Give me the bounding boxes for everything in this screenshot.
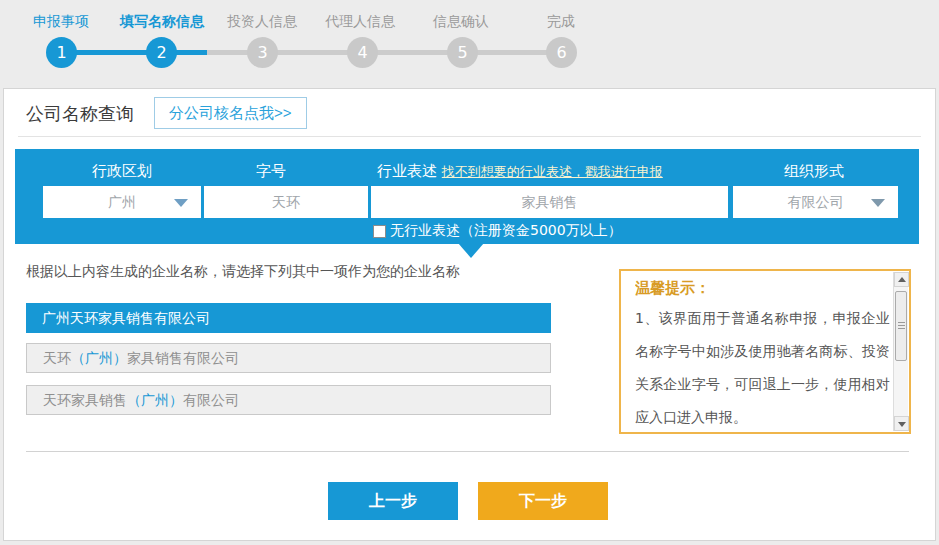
chevron-down-icon (174, 199, 188, 207)
name-option-3[interactable]: 天环家具销售（广州）有限公司 (26, 385, 551, 415)
trade-name-input[interactable] (204, 186, 368, 218)
triangle-down-icon (898, 422, 906, 427)
step-circle-6: 6 (546, 37, 577, 68)
name-option-2[interactable]: 天环（广州）家具销售有限公司 (26, 343, 551, 373)
name-query-bar: 行政区划 字号 行业表述 找不到想要的行业表述，戳我进行申报 组织形式 广州 有… (15, 149, 919, 244)
scroll-down-button[interactable] (894, 416, 909, 431)
step-circle-3: 3 (247, 37, 278, 68)
name-option-1[interactable]: 广州天环家具销售有限公司 (26, 303, 551, 333)
region-label: 行政区划 (92, 162, 152, 181)
industry-not-found-link[interactable]: 找不到想要的行业表述，戳我进行申报 (442, 164, 663, 179)
prev-step-button[interactable]: 上一步 (328, 482, 458, 520)
next-step-button[interactable]: 下一步 (478, 482, 608, 520)
main-panel: 公司名称查询 分公司核名点我>> 行政区划 字号 行业表述 找不到想要的行业表述… (3, 88, 936, 541)
step-label-6: 完成 (491, 13, 631, 31)
header-divider (18, 136, 921, 137)
industry-input[interactable] (371, 186, 728, 218)
wizard-stepper: 申报事项 填写名称信息 投资人信息 代理人信息 信息确认 完成 1 2 3 4 … (0, 0, 939, 88)
no-industry-checkbox[interactable] (373, 225, 386, 238)
step-circle-1: 1 (46, 37, 77, 68)
footer-divider (26, 451, 909, 452)
name-instruction: 根据以上内容生成的企业名称，请选择下列其中一项作为您的企业名称 (26, 263, 460, 281)
thumb-grip-icon (898, 322, 905, 323)
step-circle-4: 4 (347, 37, 378, 68)
stepper-progress (61, 50, 207, 55)
industry-label: 行业表述 找不到想要的行业表述，戳我进行申报 (377, 162, 663, 181)
bar-pointer-arrow-icon (458, 243, 484, 258)
page-title: 公司名称查询 (26, 102, 134, 126)
triangle-up-icon (898, 277, 906, 282)
step-circle-5: 5 (447, 37, 478, 68)
chevron-down-icon (871, 199, 885, 207)
tips-scrollbar[interactable] (893, 272, 908, 431)
org-form-select[interactable]: 有限公司 (733, 186, 898, 218)
scroll-up-button[interactable] (894, 272, 909, 287)
no-industry-row: 无行业表述（注册资金5000万以上） (373, 222, 622, 240)
tips-title: 温馨提示： (635, 279, 890, 298)
tips-panel: 温馨提示： 1、该界面用于普通名称申报，申报企业名称字号中如涉及使用驰著名商标、… (619, 269, 911, 434)
scrollbar-thumb[interactable] (895, 291, 907, 361)
tips-item-1: 1、该界面用于普通名称申报，申报企业名称字号中如涉及使用驰著名商标、投资关系企业… (635, 302, 890, 432)
step-circle-2: 2 (146, 37, 177, 68)
org-form-label: 组织形式 (784, 162, 844, 181)
trade-name-label: 字号 (256, 162, 286, 181)
no-industry-label: 无行业表述（注册资金5000万以上） (390, 222, 622, 240)
region-select[interactable]: 广州 (43, 186, 201, 218)
branch-name-check-button[interactable]: 分公司核名点我>> (154, 97, 307, 129)
